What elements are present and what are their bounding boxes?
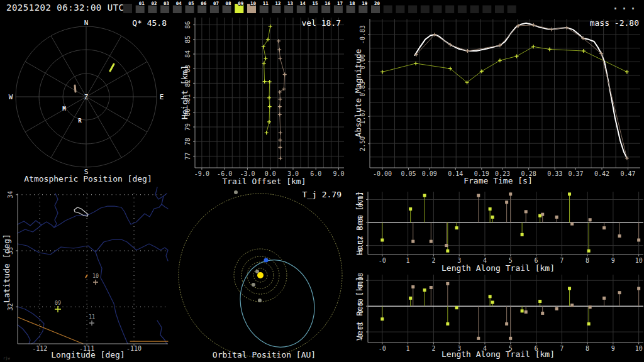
station-marker-11: 11: [89, 314, 95, 326]
panel-orbital-position: T_j 2.79 Orbital Position [AU]: [176, 185, 352, 362]
compass-east: E: [160, 93, 164, 101]
frame-tile-12[interactable]: 12: [272, 1, 280, 13]
residual-point: [380, 317, 384, 321]
trail-ylabel: Height [km]: [180, 65, 189, 119]
vertical-residuals-plot: -012345678910-0.080.000.08: [352, 273, 644, 362]
data-point-marker: [465, 49, 469, 53]
data-point-marker: [550, 28, 553, 31]
frame-tile-03[interactable]: 03: [160, 1, 169, 13]
data-point-marker: [263, 80, 267, 84]
frame-tile[interactable]: [421, 6, 430, 14]
overflow-menu[interactable]: ...: [613, 1, 639, 12]
residual-point: [491, 301, 494, 304]
frame-tile-19[interactable]: 19: [358, 1, 367, 13]
residual-point: [477, 194, 480, 197]
residual-point: [589, 305, 592, 309]
data-point-marker: [278, 112, 282, 116]
residual-point: [525, 310, 528, 314]
frame-tile-18[interactable]: 18: [347, 1, 355, 13]
data-point-marker: [93, 280, 98, 285]
y-tick-label: 79: [184, 123, 191, 131]
frame-tile-04[interactable]: 04: [173, 1, 182, 13]
residual-point: [587, 250, 591, 253]
frame-tile[interactable]: [396, 6, 404, 14]
trail-xlabel: Trail Offset [km]: [176, 177, 352, 186]
frame-tile[interactable]: [458, 6, 467, 14]
atmospheric-xlabel: Atmospheric Position [deg]: [0, 174, 176, 184]
planet-mars: [258, 299, 262, 302]
residual-point: [521, 233, 524, 236]
residual-point: [455, 226, 458, 229]
frame-tile-09[interactable]: 09: [235, 1, 243, 13]
border-line: [18, 317, 83, 344]
residual-point: [446, 250, 449, 253]
data-point-marker: [414, 62, 418, 65]
residual-point: [455, 306, 458, 309]
data-point-marker: [89, 321, 94, 326]
frame-tile-05[interactable]: 05: [186, 1, 194, 13]
panel-trail-offset: -9.0-6.0-3.00.03.06.09.07778798081828384…: [176, 16, 352, 185]
frame-tile-14[interactable]: 14: [297, 1, 306, 13]
frame-tile[interactable]: [508, 6, 516, 14]
residual-point: [587, 322, 591, 326]
frame-tile-08[interactable]: 08: [223, 1, 231, 13]
frame-tile-17[interactable]: 17: [334, 1, 343, 13]
frame-tile-01[interactable]: 01: [136, 1, 145, 13]
river-path: [54, 194, 58, 228]
frame-tile-10[interactable]: 10: [247, 1, 256, 13]
panel-absolute-magnitude: -0.000.050.090.140.190.230.280.330.370.4…: [352, 16, 644, 185]
magnitude-plot: -0.000.050.090.140.190.230.280.330.370.4…: [352, 16, 644, 185]
frame-tile[interactable]: [384, 6, 392, 14]
horizontal-residuals-plot: -012345678910-0.170.000.17: [352, 185, 644, 273]
magnitude-ylabel: Absolute Magnitude: [353, 49, 363, 138]
river-path: [18, 225, 42, 233]
frame-tile-15[interactable]: 15: [309, 1, 318, 13]
frame-tile[interactable]: [123, 4, 132, 13]
residual-point: [570, 222, 574, 226]
y-tick-label: 2.50: [359, 136, 366, 151]
residual-point: [423, 288, 426, 292]
mass-value-label: mass -2.80: [590, 18, 639, 28]
station-label: 10: [92, 273, 99, 279]
frame-tile-16[interactable]: 16: [321, 1, 330, 13]
residual-point: [423, 194, 426, 197]
trail-offset-plot: -9.0-6.0-3.00.03.06.09.07778798081828384…: [176, 16, 352, 185]
frame-tile[interactable]: [495, 6, 504, 14]
data-point-marker: [278, 57, 282, 60]
frame-tile-13[interactable]: 13: [284, 1, 293, 13]
frame-tile-06[interactable]: 06: [197, 1, 206, 13]
y-tick-label: 84: [184, 50, 191, 58]
frame-tile[interactable]: [408, 6, 417, 14]
frame-tile[interactable]: [482, 6, 491, 14]
map-ylabel: Latitude [deg]: [2, 234, 11, 303]
frame-tile-20[interactable]: 20: [371, 1, 380, 13]
frame-number: 20: [374, 1, 380, 6]
frame-tile-07[interactable]: 07: [210, 1, 219, 13]
frame-tile-02[interactable]: 02: [148, 1, 157, 13]
data-point-marker: [279, 156, 282, 160]
frame-tile-11[interactable]: 11: [260, 1, 269, 13]
meteor-orbit-ellipse: [231, 251, 324, 355]
frame-number: 08: [226, 1, 232, 6]
data-point-marker: [515, 54, 519, 58]
residual-point: [602, 297, 606, 300]
frame-number: 09: [238, 1, 244, 6]
residual-point: [541, 213, 544, 216]
residual-point: [430, 240, 433, 243]
data-point-marker: [262, 45, 265, 48]
meteor-streak-tan: [75, 85, 75, 92]
residual-point: [555, 216, 558, 219]
residual-point: [538, 300, 541, 303]
residual-point: [509, 192, 512, 195]
frame-tile[interactable]: [433, 6, 442, 14]
residual-point: [491, 216, 494, 219]
station-label: 11: [89, 314, 95, 320]
y-tick-label: 85: [184, 36, 191, 43]
series-tan: [411, 282, 640, 340]
map-xlabel: Longitude [deg]: [0, 350, 176, 359]
y-tick-label: -0.83: [359, 25, 366, 44]
frame-tile[interactable]: [470, 6, 479, 14]
y-tick-label: 86: [184, 21, 191, 29]
frame-tile[interactable]: [445, 6, 454, 14]
velocity-value-label: vel 18.7: [301, 18, 341, 28]
